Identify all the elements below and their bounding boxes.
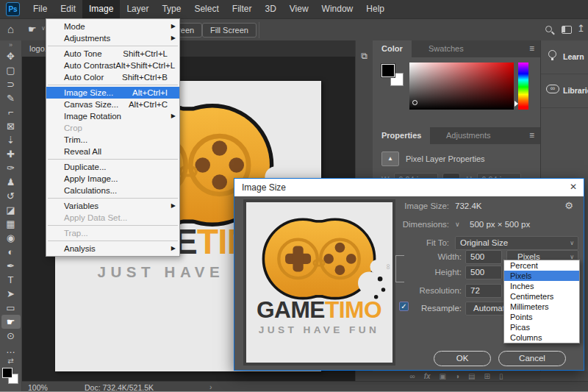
- menubar-select[interactable]: Select: [187, 0, 225, 18]
- menu-item-reveal-all[interactable]: Reveal All: [46, 146, 179, 157]
- chevron-down-icon[interactable]: ∨: [455, 221, 460, 228]
- menubar-3d[interactable]: 3D: [258, 0, 282, 18]
- panel-color-swatches[interactable]: [381, 64, 405, 88]
- unit-option-pixels[interactable]: Pixels: [504, 271, 579, 281]
- ok-button[interactable]: OK: [434, 351, 491, 366]
- fit-to-select[interactable]: Original Size ∨: [455, 236, 578, 250]
- link-layers-icon[interactable]: ∞: [410, 371, 415, 381]
- unit-option-picas[interactable]: Picas: [504, 322, 579, 332]
- menu-item-mode[interactable]: Mode ▶: [46, 21, 179, 32]
- tab-properties[interactable]: Properties: [373, 127, 430, 144]
- new-group-icon[interactable]: ▤: [468, 371, 475, 381]
- learn-panel-button[interactable]: Learn: [541, 40, 588, 74]
- cancel-button[interactable]: Cancel: [498, 351, 566, 366]
- unit-option-columns[interactable]: Columns: [504, 332, 579, 343]
- swap-colors-icon[interactable]: ⇄: [0, 357, 21, 366]
- libraries-panel-button[interactable]: ∞ Libraries: [541, 74, 588, 108]
- chevron-down-icon[interactable]: ∨: [41, 25, 46, 32]
- menubar-window[interactable]: Window: [315, 0, 360, 18]
- collapsed-panel-icon[interactable]: ⧉: [359, 51, 370, 61]
- menu-item-image-size[interactable]: Image Size... Alt+Ctrl+I: [46, 87, 179, 99]
- menu-item-duplicate[interactable]: Duplicate...: [46, 161, 179, 173]
- search-icon[interactable]: [545, 26, 552, 32]
- tab-swatches[interactable]: Swatches: [420, 40, 473, 57]
- type-tool[interactable]: T: [1, 273, 21, 287]
- menubar-view[interactable]: View: [283, 0, 315, 18]
- unit-option-points[interactable]: Points: [504, 312, 579, 322]
- resolution-input[interactable]: 72: [465, 284, 502, 298]
- hand-tool[interactable]: ☛: [1, 315, 21, 329]
- crop-tool[interactable]: ⌐: [1, 105, 21, 119]
- menu-item-auto-tone[interactable]: Auto Tone Shift+Ctrl+L: [46, 48, 179, 60]
- menubar-image[interactable]: Image: [82, 0, 120, 18]
- saturation-field[interactable]: [409, 63, 514, 110]
- foreground-color-swatch[interactable]: [2, 368, 12, 378]
- layer-effects-icon[interactable]: fx: [424, 371, 431, 381]
- status-chevron-icon[interactable]: ›: [209, 382, 212, 391]
- close-icon[interactable]: ✕: [570, 182, 577, 192]
- menu-item-calculations[interactable]: Calculations...: [46, 185, 179, 196]
- quick-selection-tool[interactable]: ✎: [1, 91, 21, 105]
- panel-menu-icon[interactable]: ≡: [529, 43, 534, 54]
- eyedropper-tool[interactable]: ⇣: [1, 133, 21, 147]
- layer-mask-icon[interactable]: ▣: [440, 371, 446, 381]
- adjustment-layer-icon[interactable]: ◑: [455, 371, 459, 381]
- gradient-tool[interactable]: ▦: [1, 217, 21, 231]
- move-tool[interactable]: ✥: [1, 49, 21, 63]
- lasso-tool[interactable]: ⊃: [1, 77, 21, 91]
- pen-tool[interactable]: ✒: [1, 259, 21, 273]
- unit-option-percent[interactable]: Percent: [504, 260, 579, 271]
- foreground-color-swatch[interactable]: [381, 64, 395, 77]
- hue-bar[interactable]: [518, 63, 528, 110]
- path-select-tool[interactable]: ➤: [1, 287, 21, 301]
- healing-brush-tool[interactable]: ✚: [1, 147, 21, 161]
- color-swatches[interactable]: [1, 367, 21, 386]
- zoom-tool[interactable]: ⊙: [1, 329, 21, 343]
- panel-menu-icon[interactable]: ≡: [529, 130, 534, 140]
- menu-item-canvas-size[interactable]: Canvas Size... Alt+Ctrl+C: [46, 99, 179, 110]
- hue-slider[interactable]: [514, 101, 518, 107]
- home-icon[interactable]: ⌂: [7, 23, 14, 35]
- history-brush-tool[interactable]: ↺: [1, 189, 21, 203]
- fill-screen-button[interactable]: Fill Screen: [202, 23, 257, 38]
- color-cursor[interactable]: [412, 100, 417, 105]
- unit-option-centimeters[interactable]: Centimeters: [504, 291, 579, 302]
- toolbar-collapse-icon[interactable]: »: [0, 40, 21, 49]
- more-tools[interactable]: …: [1, 343, 21, 357]
- menu-item-auto-color[interactable]: Auto Color Shift+Ctrl+B: [46, 71, 179, 83]
- menu-item-auto-contrast[interactable]: Auto Contrast Alt+Shift+Ctrl+L: [46, 60, 179, 71]
- menu-item-apply-image[interactable]: Apply Image...: [46, 173, 179, 185]
- menu-item-analysis[interactable]: Analysis ▶: [46, 243, 179, 254]
- width-input[interactable]: 500: [465, 250, 502, 264]
- eraser-tool[interactable]: ◪: [1, 203, 21, 217]
- menubar-help[interactable]: Help: [359, 0, 391, 18]
- menubar-file[interactable]: File: [26, 0, 54, 18]
- gear-icon[interactable]: ⚙: [564, 200, 573, 211]
- menu-item-trim[interactable]: Trim...: [46, 134, 179, 146]
- workspace-icon[interactable]: [562, 26, 572, 34]
- menubar-type[interactable]: Type: [155, 0, 187, 18]
- dialog-title-bar[interactable]: Image Size ✕: [234, 179, 584, 196]
- menubar-filter[interactable]: Filter: [226, 0, 259, 18]
- unit-option-inches[interactable]: Inches: [504, 281, 579, 291]
- tab-adjustments[interactable]: Adjustments: [437, 127, 500, 144]
- marquee-tool[interactable]: ▢: [1, 63, 21, 77]
- delete-layer-icon[interactable]: ▯: [499, 371, 503, 381]
- zoom-level[interactable]: 100%: [28, 383, 48, 392]
- unit-option-millimeters[interactable]: Millimeters: [504, 302, 579, 312]
- height-input[interactable]: 500: [465, 266, 502, 279]
- menubar-edit[interactable]: Edit: [54, 0, 82, 18]
- shape-tool[interactable]: ▭: [1, 301, 21, 315]
- share-icon[interactable]: ↥: [577, 23, 585, 34]
- blur-tool[interactable]: ◉: [1, 231, 21, 245]
- tab-color[interactable]: Color: [373, 40, 412, 57]
- new-layer-icon[interactable]: ⊞: [484, 371, 490, 381]
- dodge-tool[interactable]: ◐: [1, 245, 21, 259]
- clone-stamp-tool[interactable]: ♟: [1, 175, 21, 189]
- brush-tool[interactable]: ✑: [1, 161, 21, 175]
- menu-item-image-rotation[interactable]: Image Rotation ▶: [46, 110, 179, 122]
- menu-item-variables[interactable]: Variables ▶: [46, 200, 179, 212]
- menu-item-adjustments[interactable]: Adjustments ▶: [46, 32, 179, 44]
- menubar-layer[interactable]: Layer: [120, 0, 155, 18]
- frame-tool[interactable]: ⊠: [1, 119, 21, 133]
